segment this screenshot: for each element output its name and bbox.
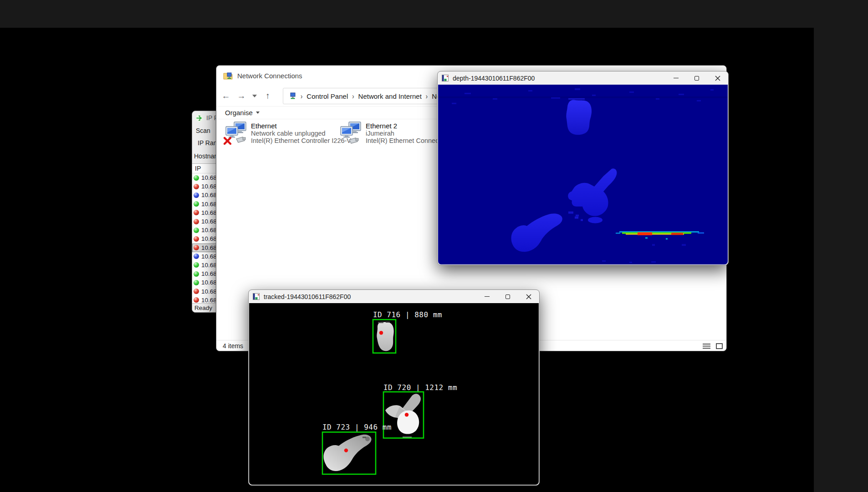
window-title: tracked-19443010611F862F00 [264, 293, 351, 300]
window-title: depth-19443010611F862F00 [453, 75, 535, 82]
centroid-dot [344, 448, 348, 452]
ethernet-adapter-disabled-icon [223, 121, 248, 146]
depth-titlebar[interactable]: depth-19443010611F862F00 [438, 71, 728, 85]
maximize-icon [694, 76, 699, 81]
ip-address: 10.68 [201, 183, 217, 190]
close-icon [715, 76, 720, 81]
caret-down-icon [256, 112, 260, 114]
depth-window[interactable]: depth-19443010611F862F00 [437, 71, 729, 265]
ip-scanner-app-icon [195, 114, 203, 122]
status-ball-icon [194, 297, 199, 303]
ip-address: 10.68 [201, 209, 217, 216]
menu-scan[interactable]: Scan [196, 127, 210, 134]
ip-address: 10.68 [201, 279, 217, 286]
status-ball-icon [194, 271, 199, 277]
breadcrumb-separator: › [426, 92, 428, 100]
ethernet-adapter-icon [337, 121, 363, 146]
maximize-icon [505, 294, 510, 299]
status-ball-icon [194, 175, 199, 181]
thumbnail-view-icon[interactable] [716, 343, 723, 349]
opencv-window-icon [253, 293, 260, 300]
ip-address: 10.68 [201, 227, 217, 233]
forward-button[interactable]: → [234, 88, 249, 104]
ip-address: 10.68 [201, 235, 217, 242]
close-button[interactable] [518, 290, 539, 303]
details-view-icon[interactable] [703, 343, 710, 349]
minimize-icon [485, 296, 490, 297]
ip-address: 10.68 [201, 288, 217, 295]
rj45-connector-icon [349, 138, 358, 143]
centroid-dot [379, 331, 383, 335]
opencv-window-icon [442, 75, 449, 81]
status-ball-icon [194, 193, 199, 198]
maximize-button[interactable] [497, 290, 518, 303]
object-label: ID 723 | 946 mm [322, 423, 392, 431]
items-count: 4 items [223, 342, 243, 350]
connection-device: Intel(R) Ethernet Controller I226-V [251, 137, 351, 144]
organise-label: Organise [225, 109, 253, 117]
address-location-icon [288, 92, 296, 100]
object-label: ID 716 | 880 mm [373, 310, 442, 319]
connection-item-ethernet[interactable]: Ethernet Network cable unplugged Intel(R… [223, 121, 351, 146]
status-ball-icon [194, 280, 199, 285]
status-ball-icon [194, 210, 199, 215]
depth-image [438, 85, 728, 264]
status-ball-icon [194, 254, 199, 259]
back-button[interactable]: ← [218, 88, 234, 104]
status-ball-icon [194, 201, 199, 207]
centroid-dot [405, 413, 408, 416]
tracked-titlebar[interactable]: tracked-19443010611F862F00 [249, 290, 539, 303]
status-ball-icon [194, 228, 199, 233]
chevron-down-icon [252, 95, 257, 97]
connection-name: Ethernet [251, 122, 351, 130]
ip-address: 10.68 [201, 297, 217, 304]
object-label: ID 720 | 1212 mm [383, 383, 457, 392]
minimize-button[interactable] [476, 290, 497, 303]
maximize-button[interactable] [686, 71, 707, 85]
depth-blob-top [566, 100, 592, 135]
disconnected-x-icon [225, 138, 230, 144]
connection-status: Network cable unplugged [251, 130, 351, 137]
organise-button[interactable]: Organise [225, 109, 260, 117]
close-icon [526, 294, 531, 299]
breadcrumb-separator: › [301, 92, 302, 100]
ip-address: 10.68 [201, 192, 217, 198]
ip-address: 10.68 [201, 174, 217, 181]
breadcrumb-control-panel[interactable]: Control Panel [306, 92, 348, 100]
status-ball-icon [194, 245, 199, 250]
status-ball-icon [194, 184, 199, 189]
window-title: Network Connections [237, 72, 302, 80]
status-ball-icon [194, 219, 199, 224]
ip-address: 10.68 [201, 244, 217, 251]
breadcrumb-network-and-internet[interactable]: Network and Internet [358, 92, 422, 100]
ip-address: 10.68 [201, 253, 217, 260]
ip-address: 10.68 [201, 270, 217, 277]
minimize-icon [674, 78, 679, 79]
network-connections-app-icon [223, 72, 233, 80]
minimize-button[interactable] [665, 71, 686, 85]
status-ball-icon [194, 262, 199, 268]
status-ball-icon [194, 236, 199, 242]
close-button[interactable] [707, 71, 728, 85]
tracked-image: ID 716 | 880 mm ID 720 | 1212 mm [249, 303, 539, 485]
up-button[interactable]: ↑ [260, 88, 276, 104]
tracked-window[interactable]: tracked-19443010611F862F00 [248, 289, 540, 486]
status-ball-icon [194, 289, 199, 294]
rj45-connector-icon [236, 137, 245, 142]
breadcrumb-separator: › [352, 92, 354, 100]
ip-address: 10.68 [201, 201, 217, 208]
recent-locations-button[interactable] [249, 88, 260, 104]
ip-address: 10.68 [201, 262, 217, 269]
ip-address: 10.68 [201, 218, 217, 225]
tracked-background [249, 303, 539, 485]
